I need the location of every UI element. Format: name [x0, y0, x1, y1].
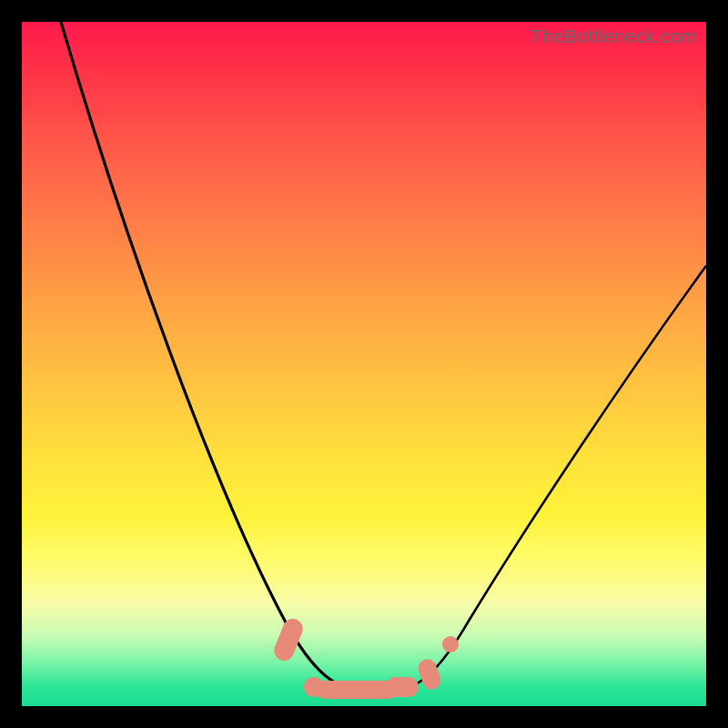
chart-frame: TheBottleneck.com [22, 22, 706, 706]
floor-marker [386, 677, 419, 697]
curve-right-branch [372, 266, 706, 695]
floor-marker [442, 636, 459, 652]
bottleneck-curve [22, 22, 706, 706]
curve-left-branch [58, 22, 372, 695]
